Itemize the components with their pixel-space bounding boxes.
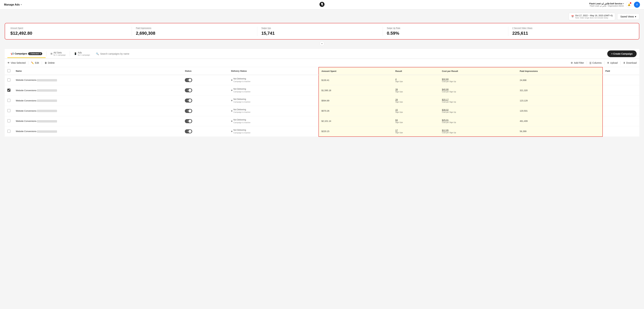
search-input[interactable] [100, 52, 604, 55]
toggle-x-icon: ✕ [187, 131, 188, 132]
cost-value[interactable]: $40.90 [442, 88, 514, 91]
campaigns-badge[interactable]: 1 Selected ✕ [28, 52, 42, 55]
cost-value[interactable]: $25.01 [442, 119, 514, 121]
row-checkbox[interactable] [8, 78, 10, 81]
view-selected-button[interactable]: 👁 View Selected [8, 61, 26, 65]
result-value[interactable]: 39 [395, 88, 436, 91]
result-cell: 84 Sign Ups [392, 116, 439, 126]
result-value[interactable]: 28 [395, 98, 436, 101]
tab-adsets[interactable]: ⊞ Ad Sets for 1 campaign [47, 49, 69, 59]
campaign-name[interactable]: Website Conversions· [16, 110, 57, 112]
manage-ads-menu[interactable]: Manage Ads ▾ [4, 3, 22, 6]
row-checkbox[interactable] [8, 119, 10, 122]
row-checkbox-cell [5, 75, 13, 85]
metric-label-4: 2 Second Video Views [512, 27, 532, 30]
cost-sub: Cost per Sign Up [442, 91, 514, 93]
edit-button[interactable]: ✏️ Edit [31, 61, 39, 65]
saved-views-chevron: ▾ [635, 15, 636, 18]
result-value[interactable]: 4 [395, 78, 436, 80]
create-campaign-button[interactable]: + Create Campaign [607, 50, 636, 57]
table-row: Website Conversions· ✕ Not Delivering Ca… [5, 106, 639, 116]
collapse-button[interactable]: ▾ [320, 41, 324, 46]
toggle-status[interactable]: ✕ [185, 78, 192, 82]
metric-item-4: 2 Second Video Views 225,611 [508, 27, 634, 36]
campaign-name[interactable]: Website Conversions· [16, 99, 57, 102]
campaign-name[interactable]: Website Conversions· [16, 79, 57, 81]
campaign-name-cell: Website Conversions· [13, 95, 182, 106]
badge-close-icon[interactable]: ✕ [40, 53, 41, 55]
campaign-name-cell: Website Conversions· [13, 106, 182, 116]
result-value[interactable]: 17 [395, 129, 436, 132]
toggle-status[interactable]: ✕ [185, 98, 192, 103]
cost-per-result-cell: $38.02 Cost per Sign Up [439, 106, 517, 116]
toggle-x-icon: ✕ [187, 110, 188, 112]
toolbar-separator-4 [604, 61, 604, 64]
toggle-knob [188, 109, 192, 112]
edit-label: Edit [35, 61, 39, 64]
amount-spent-value: $220.15 [322, 130, 330, 133]
campaign-name[interactable]: Website Conversions· [16, 130, 57, 133]
download-button[interactable]: ⬇ Download [623, 61, 636, 65]
row-checkbox-cell [5, 106, 13, 116]
cost-value[interactable]: $32.60 [442, 78, 514, 80]
status-cell: ✕ [182, 126, 228, 136]
delivery-dot [231, 110, 232, 112]
metric-label-2: Swipe Ups [261, 27, 271, 30]
upload-label: Upload [610, 61, 618, 64]
delivery-line2: Campaign is inactive [234, 121, 250, 124]
cost-value[interactable]: $12.95 [442, 129, 514, 132]
toggle-status[interactable]: ✕ [185, 129, 192, 133]
select-all-checkbox[interactable] [8, 69, 10, 72]
delivery-dot [231, 79, 232, 81]
row-checkbox-cell [5, 95, 13, 106]
delivery-line1: Not Delivering [234, 77, 250, 80]
notification-button[interactable]: 🔔 [626, 2, 632, 8]
status-cell: ✕ [182, 85, 228, 95]
result-sub: Sign Ups [395, 121, 436, 123]
add-filter-label: Add Filter [574, 61, 584, 64]
columns-button[interactable]: ||| Columns [590, 61, 602, 65]
toolbar: 👁 View Selected ✏️ Edit 🗑 Delete ⚙ Add F… [5, 59, 639, 67]
result-value[interactable]: 84 [395, 119, 436, 121]
search-icon: 🔍 [96, 52, 99, 55]
row-checkbox[interactable] [8, 109, 10, 112]
date-picker[interactable]: 📅 Oct 17, 2022 – May 16, 2023 (GMT+3) No… [569, 13, 615, 20]
org-name[interactable]: Flash Lead فلاش ليد Self Service ▾ [589, 2, 624, 5]
delete-button[interactable]: 🗑 Delete [44, 61, 55, 65]
campaign-name[interactable]: Website Conversions· [16, 89, 57, 92]
tab-ads[interactable]: 📱 Ads for 1 campaign [70, 49, 94, 59]
delivery-dot [231, 131, 232, 132]
cost-value[interactable]: $20.17 [442, 98, 514, 101]
date-row: 📅 Oct 17, 2022 – May 16, 2023 (GMT+3) No… [5, 13, 639, 20]
snapchat-logo [319, 1, 325, 8]
tabs-container: 📢 Campaigns 1 Selected ✕ ⊞ Ad Sets for 1… [5, 49, 639, 59]
metric-value-1: 2,690,308 [136, 31, 253, 36]
row-checkbox-cell [5, 85, 13, 95]
amount-spent-cell: $570.26 [319, 106, 392, 116]
toggle-status[interactable]: ✕ [185, 88, 192, 92]
amount-spent-value: $2,101.14 [322, 120, 331, 122]
cost-value[interactable]: $38.02 [442, 109, 514, 111]
toggle-status[interactable]: ✕ [185, 109, 192, 113]
row-checkbox[interactable] [8, 89, 10, 92]
campaign-name[interactable]: Website Conversions· [16, 120, 57, 122]
delete-label: Delete [48, 61, 55, 64]
table-row: Website Conversions· ✕ Not Delivering Ca… [5, 116, 639, 126]
result-value[interactable]: 15 [395, 109, 436, 111]
saved-views-button[interactable]: Saved Views ▾ [617, 13, 639, 20]
metrics-bar: Amount Spent $12,492.80 Paid Impressions… [5, 23, 639, 39]
delivery-line2: Campaign is inactive [234, 132, 250, 134]
add-filter-button[interactable]: ⚙ Add Filter [571, 61, 584, 65]
cost-per-result-cell: $20.17 Cost per Sign Up [439, 95, 517, 106]
tab-campaigns[interactable]: 📢 Campaigns 1 Selected ✕ [8, 50, 46, 58]
paid-impressions-value: 123,129 [520, 99, 528, 102]
delivery-dot [231, 100, 232, 101]
delivery-line1: Not Delivering [234, 129, 250, 132]
upload-button[interactable]: ⬆ Upload [607, 61, 618, 65]
avatar-button[interactable]: f [634, 2, 640, 8]
row-checkbox[interactable] [8, 99, 10, 102]
paid-impressions-cell: 123,129 [517, 95, 602, 106]
paid-cell [602, 126, 639, 136]
row-checkbox[interactable] [8, 130, 10, 133]
toggle-status[interactable]: ✕ [185, 119, 192, 123]
